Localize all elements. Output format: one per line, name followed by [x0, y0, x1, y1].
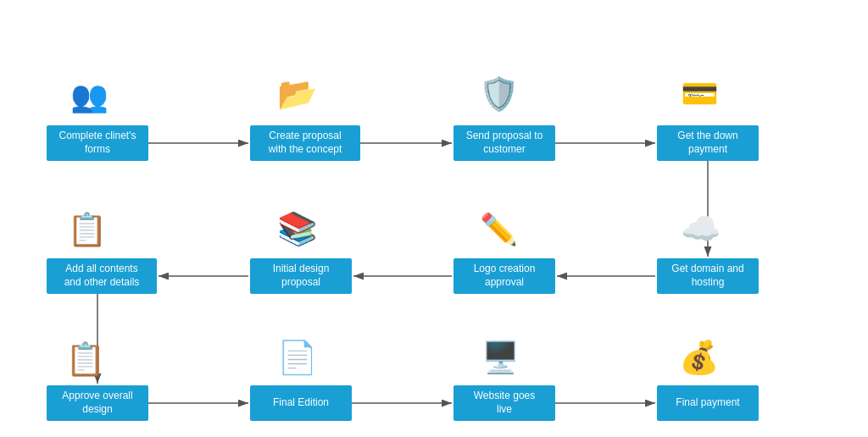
node-website-live: Website goeslive [453, 385, 555, 421]
icon-logo-creation: ✏️ [473, 205, 524, 254]
node-approve-design: Approve overalldesign [47, 385, 148, 421]
icon-design-proposal: 📚 [270, 203, 324, 254]
icon-contents: 📋 [58, 205, 115, 254]
node-down-payment: Get the downpayment [657, 125, 759, 161]
icon-domain-hosting: ☁️ [671, 203, 729, 254]
node-create-proposal: Create proposalwith the concept [250, 125, 360, 161]
node-initial-design: Initial designproposal [250, 258, 352, 294]
workflow-diagram: 👥 📂 🛡️ 💳 📋 📚 ✏️ ☁️ 📋 📄 🖥️ 💰 Complete cli… [0, 0, 868, 437]
icon-website-live: 🖥️ [473, 333, 527, 382]
node-send-proposal: Send proposal tocustomer [453, 125, 555, 161]
node-domain-hosting: Get domain andhosting [657, 258, 759, 294]
icon-send-proposal: 🛡️ [473, 69, 524, 119]
icon-create-proposal: 📂 [271, 69, 322, 119]
node-logo-creation: Logo creationapproval [453, 258, 555, 294]
icon-approve-design: 📋 [58, 335, 112, 382]
icon-complete-forms: 👥 [64, 75, 114, 119]
node-add-contents: Add all contentsand other details [47, 258, 157, 294]
icon-down-payment: 💳 [674, 69, 725, 119]
node-complete-forms: Complete clinet'sforms [47, 125, 148, 161]
node-final-edition: Final Edition [250, 385, 352, 421]
node-final-payment: Final payment [657, 385, 759, 421]
icon-final-payment: 💰 [672, 333, 725, 382]
icon-final-edition: 📄 [271, 333, 322, 382]
arrows-svg [0, 0, 868, 437]
